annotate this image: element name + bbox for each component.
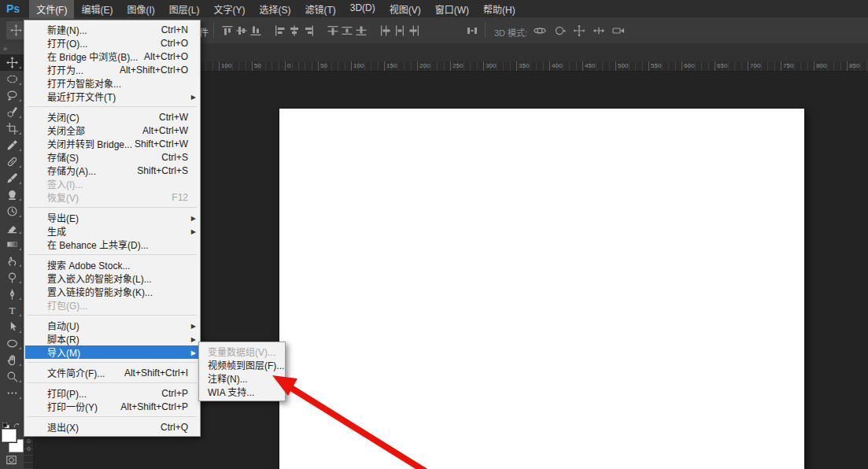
menubar-item[interactable]: 文件(F) (29, 0, 74, 19)
menu-item[interactable]: 打开为智能对象... (25, 76, 199, 90)
distribute-spacing-icon[interactable] (466, 24, 478, 37)
menu-item[interactable]: 文件简介(F)...Alt+Shift+Ctrl+I (25, 366, 199, 379)
crop-tool[interactable] (0, 120, 24, 137)
align-right-edges-icon[interactable] (302, 24, 315, 37)
menubar-item[interactable]: 编辑(E) (74, 0, 120, 19)
align-bottom-edges-icon[interactable] (249, 24, 262, 37)
distribute-right-edges-icon[interactable] (408, 24, 420, 37)
menu-item[interactable]: 自动(U)▶ (25, 319, 199, 332)
menu-item[interactable]: 存储为(A)...Shift+Ctrl+S (25, 164, 199, 177)
gradient-tool[interactable] (0, 236, 24, 253)
ellipse-shape-tool[interactable] (0, 335, 24, 352)
lasso-tool[interactable] (0, 87, 24, 104)
menu-item[interactable]: 关闭(C)Ctrl+W (25, 110, 199, 124)
color-controls (0, 419, 24, 467)
menu-item[interactable]: 打开为...Alt+Shift+Ctrl+O (25, 63, 199, 76)
foreground-color-swatch[interactable] (2, 429, 17, 442)
menubar-item[interactable]: 选择(S) (252, 0, 297, 19)
smudge-tool[interactable] (0, 253, 24, 269)
align-top-edges-icon[interactable] (221, 24, 234, 37)
ruler-label: 250 (450, 61, 463, 71)
quick-selection-tool[interactable] (0, 104, 24, 120)
menu-item[interactable]: 打印一份(Y)Alt+Shift+Ctrl+P (25, 400, 199, 413)
ruler-label: 750 (781, 61, 793, 71)
move-tool[interactable] (0, 54, 24, 71)
menubar-item[interactable]: 图层(L) (162, 0, 207, 19)
menu-item[interactable]: 搜索 Adobe Stock... (25, 258, 199, 271)
menu-item[interactable]: 打印(P)...Ctrl+P (25, 386, 199, 400)
align-horizontal-centers-icon[interactable] (288, 24, 301, 37)
options-separator (213, 22, 214, 38)
ruler-label: 300 (483, 61, 496, 71)
current-tool-preset[interactable] (6, 21, 25, 39)
pen-tool[interactable] (0, 286, 24, 302)
menubar-item[interactable]: 窗口(W) (428, 0, 476, 19)
dodge-tool[interactable] (0, 269, 24, 286)
menu-item[interactable]: 打包(G)... (25, 298, 199, 312)
distribute-horizontal-centers-icon[interactable] (393, 24, 406, 37)
3d-zoom-icon[interactable] (612, 24, 625, 37)
menu-item[interactable]: 新建(N)...Ctrl+N (25, 23, 199, 36)
menu-item[interactable]: 置入嵌入的智能对象(L)... (25, 271, 199, 285)
default-colors-icon[interactable] (2, 419, 10, 428)
menubar-item[interactable]: 图像(I) (120, 0, 161, 19)
3d-roll-icon[interactable] (553, 24, 566, 37)
menu-item[interactable]: 恢复(V)F12 (25, 190, 199, 204)
menubar-item[interactable]: 3D(D) (343, 0, 382, 19)
distribute-vertical-centers-icon[interactable] (341, 24, 353, 37)
path-selection-tool[interactable] (0, 319, 24, 335)
quick-mask-icon[interactable] (4, 455, 19, 466)
submenu-item[interactable]: 视频帧到图层(F)... (200, 358, 284, 371)
menu-item[interactable]: 打开(O)...Ctrl+O (25, 36, 199, 50)
submenu-item[interactable]: WIA 支持... (200, 385, 284, 398)
3d-slide-icon[interactable] (593, 24, 605, 37)
eyedropper-tool[interactable] (0, 137, 24, 153)
menu-item[interactable]: 最近打开文件(T)▶ (25, 90, 199, 103)
menu-item-import[interactable]: 导入(M)▶ (25, 345, 199, 359)
type-tool[interactable]: T (0, 302, 24, 319)
menu-item[interactable]: 导出(E)▶ (25, 211, 199, 224)
menu-item[interactable]: 脚本(R)▶ (25, 332, 199, 345)
ruler-label: 700 (748, 61, 760, 71)
alignment-buttons (221, 24, 422, 37)
distribute-top-edges-icon[interactable] (327, 24, 339, 37)
edit-toolbar-tool[interactable] (0, 385, 24, 401)
menubar-item[interactable]: 帮助(H) (476, 0, 523, 19)
menu-item[interactable]: 关闭全部Alt+Ctrl+W (25, 124, 199, 137)
menu-item[interactable]: 签入(I)... (25, 177, 199, 190)
menu-item[interactable]: 在 Bridge 中浏览(B)...Alt+Ctrl+O (25, 50, 199, 63)
submenu-arrow-icon: ▶ (191, 228, 196, 235)
3d-orbit-icon[interactable] (534, 24, 546, 37)
collapse-panel-button[interactable]: » (0, 43, 24, 54)
menu-item[interactable]: 在 Behance 上共享(D)... (25, 238, 199, 251)
ruler-label: 0 (285, 61, 290, 71)
menu-item[interactable]: 存储(S)Ctrl+S (25, 150, 199, 164)
ruler-label: 650 (715, 61, 727, 71)
submenu-arrow-icon: ▶ (191, 215, 196, 222)
menu-item[interactable]: 退出(X)Ctrl+Q (25, 420, 199, 434)
distribute-left-edges-icon[interactable] (379, 24, 392, 37)
3d-pan-icon[interactable] (573, 24, 585, 37)
menubar-item[interactable]: 滤镜(T) (297, 0, 342, 19)
distribute-bottom-edges-icon[interactable] (355, 24, 368, 37)
swap-colors-icon[interactable] (13, 419, 21, 428)
menu-item[interactable]: 关闭并转到 Bridge...Shift+Ctrl+W (25, 137, 199, 150)
zoom-tool[interactable] (0, 368, 24, 385)
menu-item[interactable]: 置入链接的智能对象(K)... (25, 285, 199, 298)
menubar-item[interactable]: 视图(V) (382, 0, 428, 19)
healing-tool[interactable] (0, 153, 24, 170)
align-vertical-centers-icon[interactable] (235, 24, 248, 37)
submenu-item[interactable]: 变量数据组(V)... (200, 345, 284, 358)
brush-tool[interactable] (0, 170, 24, 186)
history-brush-tool[interactable] (0, 203, 24, 220)
menubar-item[interactable]: 文字(Y) (206, 0, 252, 19)
clone-stamp-tool[interactable] (0, 186, 24, 203)
eraser-tool[interactable] (0, 220, 24, 236)
menu-item[interactable]: 生成▶ (25, 224, 199, 238)
align-left-edges-icon[interactable] (274, 24, 286, 37)
submenu-item[interactable]: 注释(N)... (200, 371, 284, 385)
marquee-tool[interactable] (0, 71, 24, 87)
document-canvas[interactable] (279, 109, 804, 469)
hand-tool[interactable] (0, 352, 24, 368)
menu-separator (28, 106, 197, 107)
